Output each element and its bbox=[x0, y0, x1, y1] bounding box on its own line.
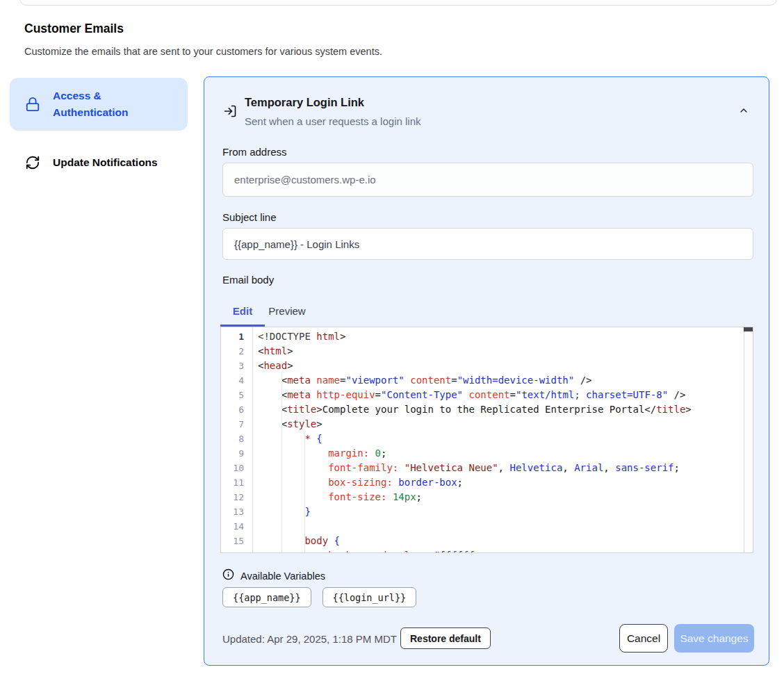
line-number: 1 bbox=[221, 329, 252, 344]
line-number: 13 bbox=[221, 504, 252, 519]
code-line: <html> bbox=[254, 344, 744, 359]
line-number: 4 bbox=[221, 373, 252, 388]
temporary-login-link-panel: Temporary Login Link Sent when a user re… bbox=[204, 76, 769, 666]
indent-guide bbox=[281, 388, 282, 402]
line-number: 16 bbox=[221, 548, 252, 553]
editor-scrollbar[interactable] bbox=[744, 327, 753, 552]
code-line: * { bbox=[254, 432, 744, 446]
code-line: } bbox=[254, 504, 744, 519]
line-number: 14 bbox=[221, 519, 252, 534]
indent-guide bbox=[281, 490, 282, 504]
indent-guide bbox=[281, 534, 282, 548]
sidebar: Access & Authentication Update Notificat… bbox=[10, 78, 188, 181]
code-line: <head> bbox=[254, 359, 744, 373]
code-line: <meta name="viewport" content="width=dev… bbox=[254, 373, 744, 388]
code-line: font-family: "Helvetica Neue", Helvetica… bbox=[254, 461, 744, 475]
panel-subtitle: Sent when a user requests a login link bbox=[245, 115, 420, 127]
line-number: 7 bbox=[221, 417, 252, 432]
indent-guide bbox=[304, 432, 305, 446]
variable-chip-login-url[interactable]: {{login_url}} bbox=[322, 587, 417, 607]
indent-guide bbox=[304, 519, 305, 534]
code-line: box-sizing: border-box; bbox=[254, 475, 744, 490]
tab-preview[interactable]: Preview bbox=[265, 300, 309, 327]
variable-chip-app-name[interactable]: {{app_name}} bbox=[222, 587, 311, 607]
indent-guide bbox=[281, 548, 282, 553]
indent-guide bbox=[281, 432, 282, 446]
indent-guide bbox=[281, 519, 282, 534]
code-line: <!DOCTYPE html> bbox=[254, 329, 744, 344]
variable-chips: {{app_name}} {{login_url}} bbox=[222, 587, 416, 607]
cancel-button[interactable]: Cancel bbox=[619, 624, 668, 653]
code-line: background-color: #ffffff; bbox=[254, 548, 744, 553]
code-lines: <!DOCTYPE html><html><head> <meta name="… bbox=[254, 329, 744, 553]
code-line: body { bbox=[254, 534, 744, 548]
page-title: Customer Emails bbox=[24, 22, 124, 36]
indent-guide bbox=[304, 548, 305, 553]
page-subtitle: Customize the emails that are sent to yo… bbox=[24, 46, 382, 57]
indent-guide bbox=[304, 504, 305, 519]
from-address-input[interactable] bbox=[222, 163, 753, 197]
line-number: 5 bbox=[221, 388, 252, 402]
sidebar-item-label: Access & Authentication bbox=[53, 88, 174, 121]
indent-guide bbox=[304, 490, 305, 504]
email-body-label: Email body bbox=[222, 274, 274, 286]
code-line: <title>Complete your login to the Replic… bbox=[254, 402, 744, 417]
indent-guide bbox=[304, 534, 305, 548]
indent-guide bbox=[281, 461, 282, 475]
restore-default-button[interactable]: Restore default bbox=[400, 627, 491, 649]
indent-guide bbox=[304, 475, 305, 490]
line-number: 6 bbox=[221, 402, 252, 417]
indent-guide bbox=[281, 475, 282, 490]
line-number: 3 bbox=[221, 359, 252, 373]
indent-guide bbox=[281, 373, 282, 388]
indent-guide bbox=[281, 504, 282, 519]
code-line: <meta http-equiv="Content-Type" content=… bbox=[254, 388, 744, 402]
save-changes-button[interactable]: Save changes bbox=[674, 624, 754, 653]
refresh-icon bbox=[25, 155, 40, 170]
available-variables-header: Available Variables bbox=[222, 568, 325, 583]
lock-icon bbox=[25, 97, 40, 112]
code-line: margin: 0; bbox=[254, 446, 744, 461]
indent-guide bbox=[281, 402, 282, 417]
subject-line-input[interactable] bbox=[222, 228, 753, 260]
email-body-tabs: Edit Preview bbox=[220, 300, 309, 327]
login-icon bbox=[223, 104, 237, 121]
line-number: 12 bbox=[221, 490, 252, 504]
line-number: 2 bbox=[221, 344, 252, 359]
line-number: 9 bbox=[221, 446, 252, 461]
chevron-up-icon bbox=[738, 108, 749, 118]
active-tab-underline bbox=[220, 325, 265, 327]
code-line: font-size: 14px; bbox=[254, 490, 744, 504]
tab-edit[interactable]: Edit bbox=[220, 300, 265, 327]
available-variables-label: Available Variables bbox=[240, 571, 325, 582]
subject-line-label: Subject line bbox=[222, 211, 277, 223]
sidebar-item-access-authentication[interactable]: Access & Authentication bbox=[10, 78, 188, 131]
line-number: 15 bbox=[221, 534, 252, 548]
code-line bbox=[254, 519, 744, 534]
panel-title: Temporary Login Link bbox=[245, 96, 364, 109]
sidebar-item-label: Update Notifications bbox=[53, 154, 158, 171]
indent-guide bbox=[304, 446, 305, 461]
code-line: <style> bbox=[254, 417, 744, 432]
info-icon bbox=[222, 568, 234, 583]
indent-guide bbox=[304, 461, 305, 475]
indent-guide bbox=[281, 446, 282, 461]
from-address-label: From address bbox=[222, 146, 287, 158]
editor-scrollbar-thumb[interactable] bbox=[744, 327, 753, 331]
editor-gutter: 12345678910111213141516 bbox=[221, 327, 253, 552]
line-number: 11 bbox=[221, 475, 252, 490]
sidebar-item-update-notifications[interactable]: Update Notifications bbox=[10, 145, 188, 181]
indent-guide bbox=[281, 417, 282, 432]
code-editor[interactable]: 12345678910111213141516 <!DOCTYPE html><… bbox=[220, 327, 753, 553]
updated-timestamp: Updated: Apr 29, 2025, 1:18 PM MDT bbox=[222, 633, 397, 645]
previous-card-edge bbox=[19, 0, 777, 6]
line-number: 8 bbox=[221, 432, 252, 446]
collapse-panel-button[interactable] bbox=[737, 104, 751, 120]
line-number: 10 bbox=[221, 461, 252, 475]
